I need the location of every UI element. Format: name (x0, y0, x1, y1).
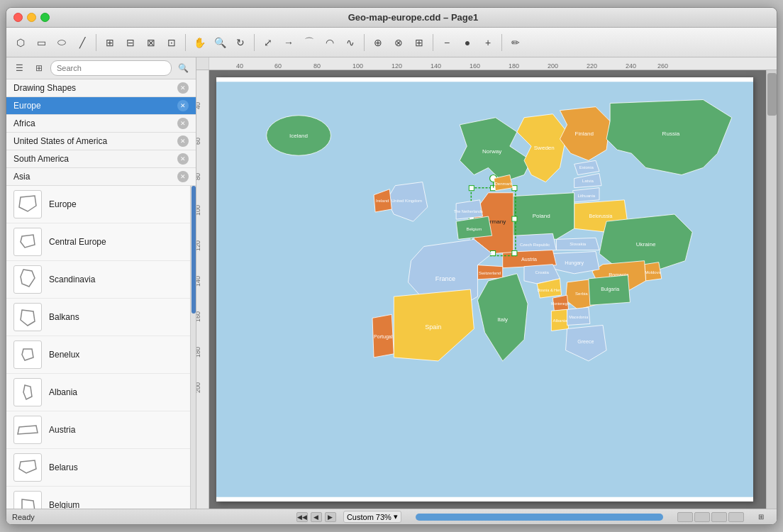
close-europe[interactable]: ✕ (177, 100, 189, 111)
rotate-btn[interactable]: ↻ (231, 33, 250, 52)
handle-tl[interactable] (469, 186, 474, 191)
scroll-indicator (416, 514, 663, 521)
country-montenegro (552, 295, 568, 311)
toolbar-sep-3 (254, 34, 255, 51)
category-usa[interactable]: United States of America ✕ (6, 133, 196, 150)
shape-item-scandinavia[interactable]: Scandinavia (6, 261, 196, 299)
shape-thumb-belarus (13, 453, 42, 482)
close-drawing-shapes[interactable]: ✕ (177, 82, 189, 94)
country-czech (513, 233, 557, 252)
align-btn[interactable]: ⊠ (141, 33, 161, 52)
window-title: Geo-map-europe.cdd – Page1 (57, 12, 770, 23)
category-europe[interactable]: Europe ✕ (6, 97, 196, 115)
fit-page-btn[interactable]: ⊞ (751, 507, 771, 526)
ruler-mark-40: 40 (236, 62, 243, 70)
country-switzerland (477, 265, 502, 279)
minimize-button[interactable] (27, 13, 36, 22)
ruler-v-mark-140: 140 (196, 276, 201, 287)
close-asia[interactable]: ✕ (177, 171, 189, 182)
maximize-button[interactable] (40, 13, 50, 22)
oval-tool[interactable]: ⬭ (52, 33, 72, 52)
snap-btn[interactable]: ⊕ (368, 33, 388, 52)
sidebar: ☰ ⊞ 🔍 Drawing Shapes ✕ Europe ✕ Africa ✕ (6, 57, 196, 509)
category-south-america[interactable]: South America ✕ (6, 150, 196, 168)
category-asia[interactable]: Asia ✕ (6, 168, 196, 186)
ruler-horizontal: 40 60 80 100 120 140 160 180 200 220 240… (196, 57, 777, 70)
shape-item-albania[interactable]: Albania (6, 374, 196, 411)
ruler-v-mark-160: 160 (196, 311, 201, 322)
pencil-tool[interactable]: ✏ (506, 33, 526, 52)
sidebar-scrollbar[interactable] (190, 186, 196, 509)
line-tool[interactable]: ╱ (72, 33, 92, 52)
sidebar-grid-btn[interactable]: ⊞ (30, 60, 48, 76)
zoom-in-btn[interactable]: 🔍 (210, 33, 230, 52)
rect-tool[interactable]: ▭ (31, 33, 51, 52)
pan-tool[interactable]: ✋ (189, 33, 209, 52)
zoom-out-btn[interactable]: − (437, 33, 457, 52)
svg-marker-6 (18, 426, 38, 434)
canvas-area: 40 60 80 100 120 140 160 180 200 220 240… (196, 57, 777, 509)
grid-view-btn[interactable]: ⊞ (100, 33, 120, 52)
ruler-mark-180: 180 (509, 62, 519, 70)
close-button[interactable] (13, 13, 23, 22)
curve-tool[interactable]: ⌒ (299, 33, 319, 52)
svg-marker-8 (22, 499, 35, 509)
country-bulgaria (589, 275, 631, 305)
snap2-btn[interactable]: ⊗ (389, 33, 409, 52)
layout-btn[interactable]: ⊟ (121, 33, 140, 52)
view-btn-2[interactable] (694, 512, 710, 522)
shape-item-belarus[interactable]: Belarus (6, 449, 196, 487)
zoom-label: Custom 73% (347, 513, 392, 521)
view-btn-3[interactable] (711, 512, 727, 522)
shape-item-benelux[interactable]: Benelux (6, 336, 196, 374)
shape-item-europe[interactable]: Europe (6, 186, 196, 223)
sidebar-scroll-thumb[interactable] (191, 186, 196, 314)
canvas-content[interactable]: .country { stroke: white; stroke-width: … (209, 70, 766, 509)
page-nav: ◀◀ ◀ ▶ (296, 512, 336, 522)
zoom-control[interactable]: Custom 73% ▾ (343, 511, 401, 523)
zoom-dropdown-icon[interactable]: ▾ (394, 512, 398, 521)
shape-item-central-europe[interactable]: Central Europe (6, 223, 196, 261)
country-moldova (645, 262, 662, 281)
zoom-pct-btn[interactable]: ● (457, 33, 477, 52)
arrow-tool[interactable]: → (279, 33, 299, 52)
page-prev-btn[interactable]: ◀ (311, 512, 322, 522)
view-btn-4[interactable] (728, 512, 744, 522)
close-africa[interactable]: ✕ (177, 118, 189, 129)
vertical-scrollbar[interactable] (766, 70, 777, 509)
select-tool[interactable]: ⬡ (11, 33, 30, 52)
shape-item-austria[interactable]: Austria (6, 411, 196, 449)
snap3-btn[interactable]: ⊞ (409, 33, 429, 52)
close-south-america[interactable]: ✕ (177, 153, 189, 165)
arc-tool[interactable]: ◠ (320, 33, 340, 52)
handle-mr[interactable] (512, 216, 517, 221)
shape-label-belgium: Belgium (49, 500, 79, 509)
view-btn-1[interactable] (677, 512, 693, 522)
shape-label-scandinavia: Scandinavia (49, 275, 95, 284)
search-input[interactable] (50, 60, 172, 76)
scrollbar-thumb-vertical[interactable] (767, 73, 777, 116)
shape-item-balkans[interactable]: Balkans (6, 299, 196, 336)
handle-tr[interactable] (512, 186, 517, 191)
shape-item-belgium[interactable]: Belgium (6, 487, 196, 509)
shape-label-europe: Europe (49, 199, 77, 209)
ruler-v-mark-120: 120 (196, 240, 201, 251)
bezier-tool[interactable]: ∿ (340, 33, 360, 52)
svg-marker-3 (21, 310, 35, 326)
connect-tool[interactable]: ⤢ (258, 33, 278, 52)
ruler-v-mark-40: 40 (196, 102, 201, 109)
ruler-mark-60: 60 (274, 62, 282, 70)
close-usa[interactable]: ✕ (177, 135, 189, 147)
page-next-btn[interactable]: ▶ (325, 512, 336, 522)
country-lithuania (573, 188, 599, 202)
handle-br[interactable] (512, 250, 517, 255)
zoom-in2-btn[interactable]: + (478, 33, 498, 52)
page-canvas[interactable]: .country { stroke: white; stroke-width: … (216, 77, 753, 501)
search-btn[interactable]: 🔍 (174, 60, 191, 76)
page-first-btn[interactable]: ◀◀ (296, 512, 308, 522)
category-drawing-shapes[interactable]: Drawing Shapes ✕ (6, 79, 196, 97)
distribute-btn[interactable]: ⊡ (162, 33, 182, 52)
category-africa[interactable]: Africa ✕ (6, 115, 196, 133)
svg-marker-4 (22, 349, 33, 360)
sidebar-list-btn[interactable]: ☰ (11, 60, 28, 76)
